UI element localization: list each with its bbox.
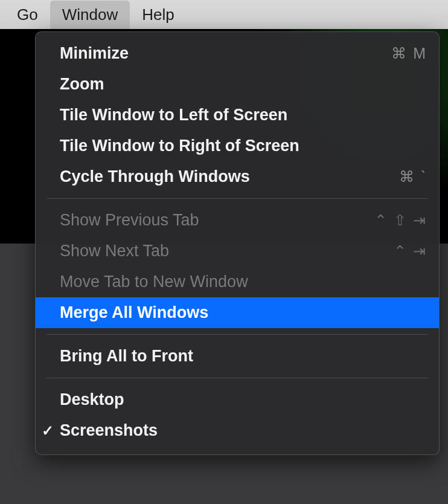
menu-item-label: Show Next Tab	[60, 242, 394, 260]
menu-separator	[46, 378, 428, 378]
menubar-item-help[interactable]: Help	[130, 1, 186, 29]
menu-item-shortcut: ⌃ ⇥	[394, 242, 427, 260]
menubar: Go Window Help	[0, 0, 448, 29]
menu-item-label: Move Tab to New Window	[60, 273, 427, 291]
menubar-item-window[interactable]: Window	[50, 1, 130, 29]
menu-item-show-next-tab: Show Next Tab ⌃ ⇥	[36, 236, 439, 267]
menu-item-merge-all-windows[interactable]: Merge All Windows	[36, 297, 439, 328]
menu-item-bring-all-to-front[interactable]: Bring All to Front	[36, 341, 439, 372]
menu-item-move-tab-new-window: Move Tab to New Window	[36, 267, 439, 297]
menu-item-label: Show Previous Tab	[60, 211, 374, 230]
menu-item-tile-right[interactable]: Tile Window to Right of Screen	[36, 131, 439, 161]
menu-item-shortcut: ⌘ `	[399, 168, 427, 186]
menu-item-shortcut: ⌃ ⇧ ⇥	[374, 212, 427, 229]
menu-item-label: Zoom	[60, 75, 427, 94]
menu-item-label: Tile Window to Left of Screen	[60, 106, 427, 124]
menu-item-label: Merge All Windows	[60, 303, 427, 322]
menu-item-window-screenshots[interactable]: ✓ Screenshots	[36, 415, 439, 446]
checkmark-icon: ✓	[42, 422, 54, 439]
menu-item-zoom[interactable]: Zoom	[36, 69, 439, 100]
menubar-item-go[interactable]: Go	[5, 1, 50, 29]
menu-item-label: Desktop	[60, 390, 427, 409]
menu-item-show-previous-tab: Show Previous Tab ⌃ ⇧ ⇥	[36, 205, 439, 236]
menubar-label: Window	[62, 5, 118, 24]
menu-item-label: Bring All to Front	[60, 347, 427, 366]
menu-item-shortcut: ⌘ M	[391, 45, 427, 62]
menu-item-window-desktop[interactable]: Desktop	[36, 384, 439, 415]
menu-item-label: Cycle Through Windows	[60, 167, 399, 186]
menu-separator	[46, 198, 428, 199]
menu-item-minimize[interactable]: Minimize ⌘ M	[36, 38, 439, 69]
window-menu-dropdown: Minimize ⌘ M Zoom Tile Window to Left of…	[35, 31, 440, 455]
menu-item-label: Tile Window to Right of Screen	[60, 137, 427, 155]
menu-item-label: Minimize	[60, 44, 391, 63]
menu-item-cycle-windows[interactable]: Cycle Through Windows ⌘ `	[36, 161, 439, 192]
menubar-label: Go	[17, 5, 38, 24]
menu-separator	[46, 334, 428, 335]
menu-item-label: Screenshots	[60, 421, 427, 440]
menu-item-tile-left[interactable]: Tile Window to Left of Screen	[36, 100, 439, 131]
menubar-label: Help	[142, 5, 174, 24]
